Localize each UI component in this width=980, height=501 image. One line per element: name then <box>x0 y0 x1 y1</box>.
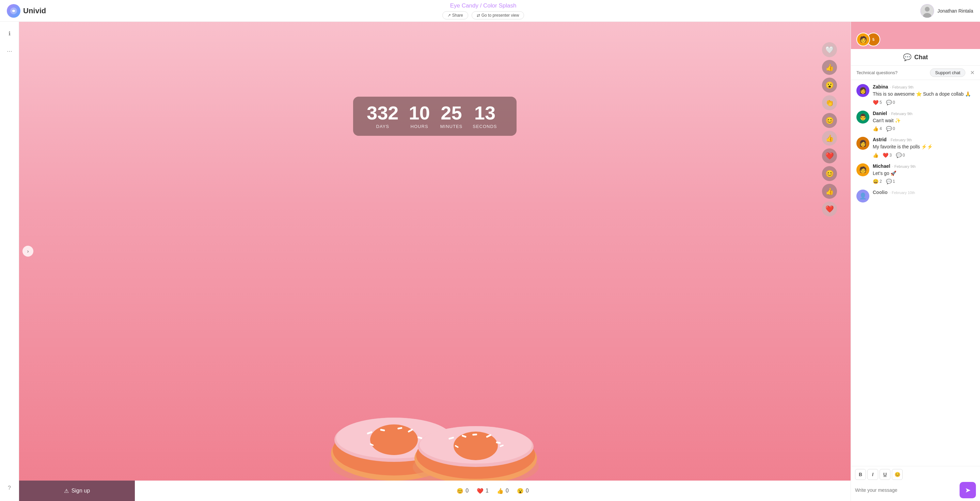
days-value: 332 <box>367 103 398 122</box>
logo: Univid <box>7 4 46 18</box>
logo-icon <box>7 4 21 18</box>
logo-text: Univid <box>23 6 46 15</box>
main-area: › 332 DAYS 10 HOURS 25 MINUTES 13 SECOND… <box>19 22 490 251</box>
header-actions: ↗ Share ⇄ Go to presenter view <box>442 11 490 19</box>
minutes-label: MINUTES <box>440 124 463 129</box>
days-label: DAYS <box>376 124 389 129</box>
left-sidebar: ℹ ⋯ ? <box>0 22 19 251</box>
minutes-value: 25 <box>441 103 462 122</box>
countdown-minutes: 25 MINUTES <box>440 103 463 129</box>
countdown-seconds: 13 SECONDS <box>473 103 490 129</box>
header-title: Eye Candy / Color Splash <box>442 2 490 9</box>
seconds-label: SECONDS <box>473 124 490 129</box>
countdown-hours: 10 HOURS <box>409 103 430 129</box>
countdown-timer: 332 DAYS 10 HOURS 25 MINUTES 13 SECONDS <box>353 97 490 136</box>
sidebar-info-icon[interactable]: ℹ <box>3 27 16 40</box>
header: Univid Eye Candy / Color Splash ↗ Share … <box>0 0 490 22</box>
share-icon: ↗ <box>447 13 451 18</box>
hours-value: 10 <box>409 103 430 122</box>
hours-label: HOURS <box>410 124 428 129</box>
countdown-days: 332 DAYS <box>367 103 398 129</box>
seconds-value: 13 <box>474 103 490 122</box>
presenter-view-button[interactable]: ⇄ Go to presenter view <box>472 11 490 19</box>
chevron-right-button[interactable]: › <box>22 246 33 251</box>
header-center: Eye Candy / Color Splash ↗ Share ⇄ Go to… <box>442 2 490 19</box>
share-button[interactable]: ↗ Share <box>442 11 468 19</box>
donut-background: › 332 DAYS 10 HOURS 25 MINUTES 13 SECOND… <box>19 22 490 251</box>
sidebar-more-icon[interactable]: ⋯ <box>3 45 16 57</box>
presenter-icon: ⇄ <box>477 13 480 18</box>
